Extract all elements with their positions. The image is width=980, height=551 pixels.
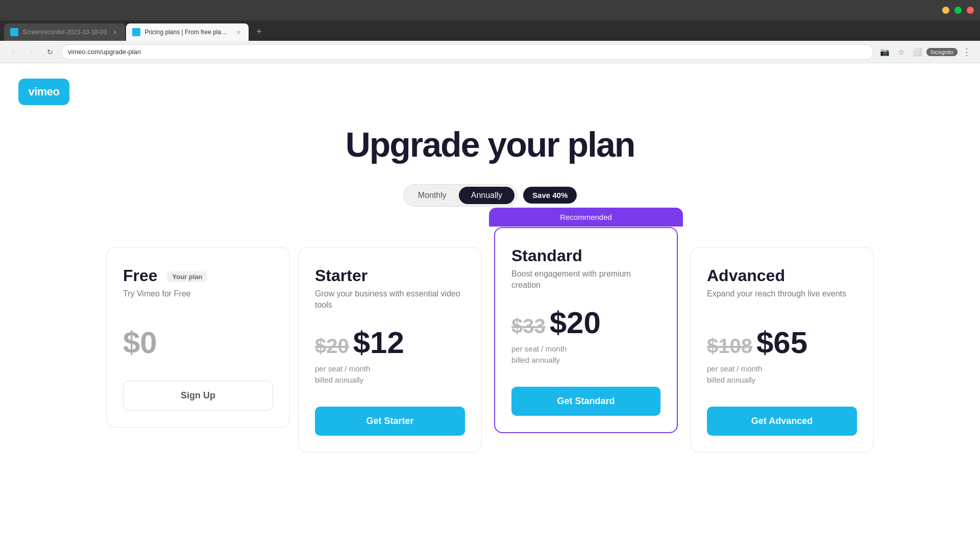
tab-2-favicon bbox=[132, 28, 140, 36]
tab-1[interactable]: Screenrecorder-2023-10-18-03 ✕ bbox=[4, 23, 125, 41]
starter-price-details: per seat / month billed annually bbox=[315, 363, 465, 386]
tab-2-close[interactable]: ✕ bbox=[234, 28, 242, 36]
tab-2-title: Pricing plans | From free plans ... bbox=[144, 29, 230, 36]
page-header: Upgrade your plan bbox=[0, 126, 980, 164]
back-button[interactable]: ‹ bbox=[6, 45, 20, 59]
incognito-badge: Incognito bbox=[926, 48, 958, 56]
minimize-button[interactable] bbox=[942, 7, 949, 14]
advanced-price-section: $108 $65 per seat / month billed annuall… bbox=[707, 325, 857, 386]
vimeo-logo[interactable]: vimeo bbox=[18, 79, 980, 105]
standard-current-price: $20 bbox=[550, 305, 601, 340]
standard-plan-card: Standard Boost engagement with premium c… bbox=[494, 227, 678, 433]
page-title: Upgrade your plan bbox=[0, 126, 980, 164]
free-plan-name: Free Your plan bbox=[123, 266, 273, 285]
new-tab-button[interactable]: + bbox=[252, 24, 266, 39]
billing-toggle: Monthly Annually Save 40% bbox=[0, 184, 980, 207]
recommended-banner: Recommended bbox=[489, 208, 683, 227]
standard-plan-description: Boost engagement with premium creation bbox=[511, 268, 660, 293]
toggle-container: Monthly Annually bbox=[403, 184, 517, 207]
maximize-button[interactable] bbox=[954, 7, 962, 14]
starter-plan-name: Starter bbox=[315, 266, 465, 285]
standard-cta-button[interactable]: Get Standard bbox=[511, 387, 660, 416]
advanced-plan-card: Advanced Expand your reach through live … bbox=[690, 247, 874, 453]
save-badge: Save 40% bbox=[523, 187, 577, 204]
starter-plan-card: Starter Grow your business with essentia… bbox=[298, 247, 482, 453]
advanced-original-price: $108 bbox=[707, 335, 752, 358]
starter-cta-button[interactable]: Get Starter bbox=[315, 407, 465, 436]
advanced-plan-description: Expand your reach through live events bbox=[707, 288, 857, 313]
advanced-cta-button[interactable]: Get Advanced bbox=[707, 407, 857, 436]
browser-toolbar: ‹ › ↻ vimeo.com/upgrade-plan 📷 ☆ ⬜ Incog… bbox=[0, 41, 980, 63]
advanced-price-details: per seat / month billed annually bbox=[707, 363, 857, 386]
toolbar-right: 📷 ☆ ⬜ Incognito ⋮ bbox=[877, 45, 974, 59]
starter-price-display: $20 $12 bbox=[315, 325, 465, 360]
menu-icon[interactable]: ⋮ bbox=[960, 45, 974, 59]
window-controls bbox=[942, 7, 974, 14]
standard-plan-name: Standard bbox=[511, 246, 660, 265]
page-content: vimeo Upgrade your plan Monthly Annually… bbox=[0, 63, 980, 551]
free-price-display: $0 bbox=[123, 325, 273, 360]
starter-current-price: $12 bbox=[353, 325, 404, 360]
refresh-button[interactable]: ↻ bbox=[43, 45, 57, 59]
camera-icon[interactable]: 📷 bbox=[877, 45, 892, 59]
annually-toggle[interactable]: Annually bbox=[459, 187, 514, 204]
standard-price-section: $33 $20 per seat / month billed annually bbox=[511, 305, 660, 366]
free-plan-card: Free Your plan Try Vimeo for Free $0 Sig… bbox=[106, 247, 290, 428]
free-price-section: $0 bbox=[123, 325, 273, 360]
advanced-current-price: $65 bbox=[756, 325, 807, 360]
standard-plan-wrapper: Recommended Standard Boost engagement wi… bbox=[490, 227, 682, 433]
free-plan-description: Try Vimeo for Free bbox=[123, 288, 273, 313]
browser-tabs: Screenrecorder-2023-10-18-03 ✕ Pricing p… bbox=[0, 20, 980, 41]
tab-1-close[interactable]: ✕ bbox=[111, 28, 119, 36]
starter-plan-description: Grow your business with essential video … bbox=[315, 288, 465, 313]
advanced-price-display: $108 $65 bbox=[707, 325, 857, 360]
address-text: vimeo.com/upgrade-plan bbox=[68, 48, 867, 56]
tab-2[interactable]: Pricing plans | From free plans ... ✕ bbox=[126, 23, 249, 41]
standard-original-price: $33 bbox=[511, 315, 546, 338]
pricing-cards: Free Your plan Try Vimeo for Free $0 Sig… bbox=[0, 227, 980, 453]
browser-chrome: Screenrecorder-2023-10-18-03 ✕ Pricing p… bbox=[0, 0, 980, 63]
bookmark-icon[interactable]: ☆ bbox=[894, 45, 908, 59]
monthly-toggle[interactable]: Monthly bbox=[406, 187, 459, 204]
advanced-plan-name: Advanced bbox=[707, 266, 857, 285]
vimeo-logo-text: vimeo bbox=[28, 85, 59, 98]
tab-1-favicon bbox=[10, 28, 18, 36]
split-view-icon[interactable]: ⬜ bbox=[910, 45, 924, 59]
your-plan-badge: Your plan bbox=[167, 271, 207, 282]
standard-price-display: $33 $20 bbox=[511, 305, 660, 340]
close-button[interactable] bbox=[967, 7, 974, 14]
tab-1-title: Screenrecorder-2023-10-18-03 bbox=[22, 29, 107, 36]
browser-titlebar bbox=[0, 0, 980, 20]
free-current-price: $0 bbox=[123, 325, 157, 360]
starter-price-section: $20 $12 per seat / month billed annually bbox=[315, 325, 465, 386]
address-bar[interactable]: vimeo.com/upgrade-plan bbox=[61, 44, 873, 60]
starter-original-price: $20 bbox=[315, 335, 349, 358]
standard-price-details: per seat / month billed annually bbox=[511, 343, 660, 366]
forward-button[interactable]: › bbox=[24, 45, 39, 59]
free-cta-button[interactable]: Sign Up bbox=[123, 381, 273, 411]
vimeo-logo-box: vimeo bbox=[18, 79, 69, 105]
